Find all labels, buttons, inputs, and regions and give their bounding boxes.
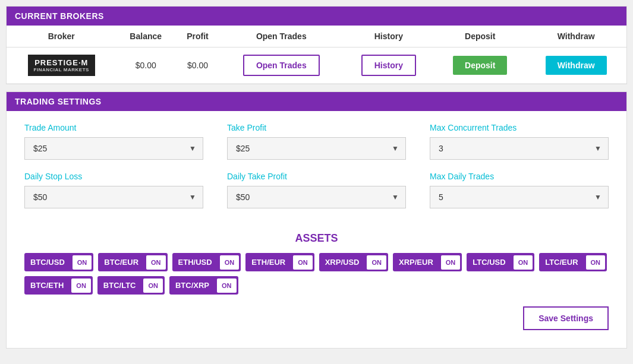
trade-amount-select-wrapper: $25 $50 $100 ▼ [24,137,203,160]
broker-name: PRESTIGE·M [34,58,88,67]
withdraw-button[interactable]: Withdraw [546,56,607,75]
max-concurrent-select[interactable]: 3 5 10 [430,137,609,160]
asset-label: ETH/USD [172,253,218,271]
asset-item: LTC/EURON [539,253,607,271]
asset-label: BTC/USD [24,253,71,271]
asset-item: XRP/EURON [393,253,462,271]
asset-label: XRP/USD [319,253,366,271]
take-profit-select-wrapper: $25 $50 $100 ▼ [227,137,406,160]
col-history: History [343,26,434,48]
asset-toggle[interactable]: ON [71,278,91,293]
max-concurrent-select-wrapper: 3 5 10 ▼ [430,137,609,160]
brokers-table: Broker Balance Profit Open Trades Histor… [7,26,626,84]
save-row: Save Settings [7,300,626,336]
take-profit-label: Take Profit [227,123,406,132]
trade-amount-select[interactable]: $25 $50 $100 [24,137,203,160]
max-concurrent-group: Max Concurrent Trades 3 5 10 ▼ [430,123,609,160]
trading-settings-section: TRADING SETTINGS Trade Amount $25 $50 $1… [6,91,627,349]
take-profit-group: Take Profit $25 $50 $100 ▼ [227,123,406,160]
daily-take-profit-label: Daily Take Profit [227,172,406,181]
col-withdraw: Withdraw [525,26,626,48]
current-brokers-header: CURRENT BROKERS [7,7,626,26]
asset-toggle[interactable]: ON [220,255,240,270]
trading-settings-header: TRADING SETTINGS [7,92,626,111]
asset-toggle[interactable]: ON [293,255,313,270]
asset-item: BTC/USDON [24,253,93,271]
form-row-2: Daily Stop Loss $50 $100 ▼ Daily Take Pr… [24,172,609,208]
asset-toggle[interactable]: ON [441,255,461,270]
daily-take-profit-select-wrapper: $50 $100 ▼ [227,186,406,208]
profit-cell: $0.00 [175,48,220,84]
asset-item: BTC/EURON [98,253,167,271]
assets-section: ASSETS BTC/USDONBTC/EURONETH/USDONETH/EU… [7,232,626,300]
daily-stop-loss-select-wrapper: $50 $100 ▼ [24,186,203,208]
daily-stop-loss-group: Daily Stop Loss $50 $100 ▼ [24,172,203,208]
deposit-button[interactable]: Deposit [453,56,507,75]
asset-toggle[interactable]: ON [367,255,386,270]
asset-label: BTC/LTC [97,276,142,295]
current-brokers-section: CURRENT BROKERS Broker Balance Profit Op… [6,6,627,84]
asset-label: XRP/EUR [393,253,439,271]
asset-item: ETH/USDON [172,253,241,271]
daily-take-profit-select[interactable]: $50 $100 [227,186,406,208]
take-profit-select[interactable]: $25 $50 $100 [227,137,406,160]
asset-toggle[interactable]: ON [146,255,166,270]
max-daily-trades-label: Max Daily Trades [430,172,609,181]
col-profit: Profit [175,26,220,48]
asset-toggle[interactable]: ON [514,255,533,270]
save-settings-button[interactable]: Save Settings [523,306,609,330]
asset-label: ETH/EUR [245,253,291,271]
asset-item: ETH/EURON [245,253,314,271]
asset-toggle[interactable]: ON [586,255,606,270]
asset-item: BTC/ETHON [24,276,93,295]
asset-toggle[interactable]: ON [143,278,163,293]
max-daily-trades-select-wrapper: 5 10 ▼ [430,186,609,208]
table-row: PRESTIGE·M FINANCIAL MARKETS $0.00 $0.00… [7,48,626,84]
broker-logo: PRESTIGE·M FINANCIAL MARKETS [28,55,95,76]
asset-label: LTC/USD [467,253,511,271]
form-row-1: Trade Amount $25 $50 $100 ▼ Take Profit [24,123,609,160]
col-balance: Balance [116,26,175,48]
asset-item: XRP/USDON [319,253,388,271]
history-button[interactable]: History [361,55,416,76]
daily-take-profit-group: Daily Take Profit $50 $100 ▼ [227,172,406,208]
asset-toggle[interactable]: ON [217,278,237,293]
max-concurrent-label: Max Concurrent Trades [430,123,609,132]
trade-amount-label: Trade Amount [24,123,203,132]
max-daily-trades-select[interactable]: 5 10 [430,186,609,208]
asset-label: LTC/EUR [539,253,584,271]
asset-label: BTC/XRP [169,276,215,295]
col-broker: Broker [7,26,116,48]
asset-item: BTC/XRPON [169,276,238,295]
trade-amount-group: Trade Amount $25 $50 $100 ▼ [24,123,203,160]
balance-cell: $0.00 [116,48,175,84]
asset-label: BTC/ETH [24,276,70,295]
daily-stop-loss-select[interactable]: $50 $100 [24,186,203,208]
col-deposit: Deposit [434,26,525,48]
open-trades-button[interactable]: Open Trades [243,55,320,76]
asset-label: BTC/EUR [98,253,144,271]
max-daily-trades-group: Max Daily Trades 5 10 ▼ [430,172,609,208]
col-open-trades: Open Trades [220,26,343,48]
asset-item: LTC/USDON [467,253,534,271]
broker-sub: FINANCIAL MARKETS [34,67,89,72]
asset-toggle[interactable]: ON [73,255,92,270]
assets-title: ASSETS [24,232,609,245]
assets-grid: BTC/USDONBTC/EURONETH/USDONETH/EURONXRP/… [24,253,609,295]
daily-stop-loss-label: Daily Stop Loss [24,172,203,181]
asset-item: BTC/LTCON [97,276,165,295]
